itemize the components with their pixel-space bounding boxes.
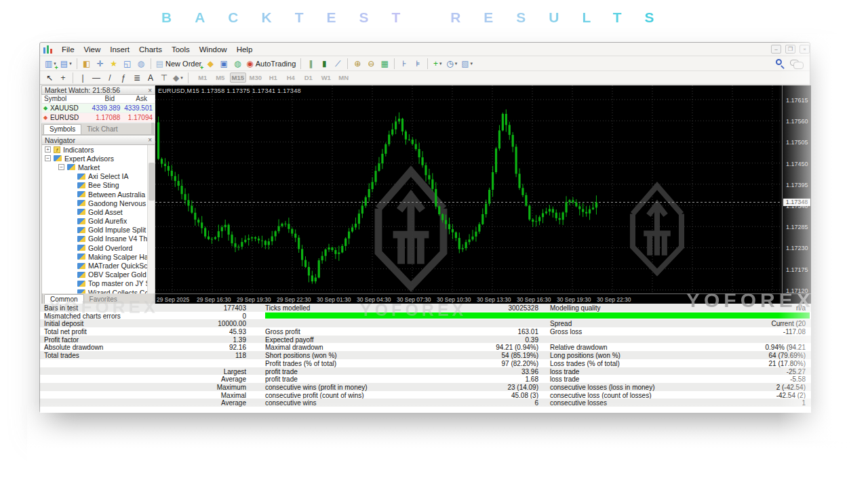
page: BACKTEST RESULTS FileViewInsertChartsToo… [0, 0, 868, 488]
timeframe-h1[interactable]: H1 [265, 73, 281, 83]
terminal-toggle-button[interactable]: ◱ [121, 58, 134, 70]
timeframe-mn[interactable]: MN [336, 73, 352, 83]
minimize-button[interactable]: – [771, 45, 781, 54]
metric-value: 163.01 [420, 328, 538, 336]
trendline-tool-button[interactable]: / [104, 72, 116, 84]
timeframe-m1[interactable]: M1 [195, 73, 211, 83]
tree-item-gold-aurefix[interactable]: Gold Aurefix [42, 217, 155, 226]
arrange-1-button[interactable]: ⊦ [398, 58, 410, 70]
report-row: Absolute drawdown92.16Maximal drawdown94… [40, 343, 811, 351]
hline-tool-button[interactable]: — [90, 72, 102, 84]
market-watch-tab-tick-chart[interactable]: Tick Chart [81, 125, 123, 134]
expert-advisor-icon [67, 164, 75, 170]
tree-item-gold-aurefix-label: Gold Aurefix [88, 217, 127, 225]
tree-item-expert-advisors[interactable]: −Expert Advisors [42, 154, 155, 163]
profiles-button[interactable]: ▤▾ [59, 58, 73, 70]
restore-button[interactable]: ❐ [785, 45, 795, 54]
collapse-icon[interactable]: − [45, 155, 51, 161]
market-watch-row[interactable]: ◆EURUSD1.170881.17094 [42, 113, 155, 123]
arrange-2-button[interactable]: ⊧ [412, 58, 424, 70]
add-indicator-button[interactable]: +▾ [431, 58, 443, 70]
menu-window[interactable]: Window [195, 44, 232, 55]
metric-label: Initial deposit [44, 320, 83, 327]
text-tool-button[interactable]: A [144, 72, 157, 84]
expand-icon[interactable]: + [45, 146, 51, 152]
tree-item-top-master-on-jy-sy[interactable]: Top master on JY SY [42, 279, 155, 288]
line-chart-mode-button[interactable]: ⟋ [332, 58, 344, 70]
price-scale[interactable]: 1.176151.175601.175051.174501.173951.173… [782, 85, 811, 293]
fibonacci-tool-icon: ƒ [121, 73, 126, 83]
timeframe-h4[interactable]: H4 [283, 73, 299, 83]
chat-icon[interactable] [790, 60, 799, 66]
fibonacci-tool-button[interactable]: ƒ [117, 72, 130, 84]
tree-item-gold-insane-v4-the-i[interactable]: Gold Insane V4 The I [42, 235, 155, 243]
new-chart-button[interactable]: ▥+▾ [43, 58, 58, 70]
new-order-button[interactable]: ▤+New Order [155, 58, 203, 70]
tree-item-gold-impulse-split[interactable]: Gold Impulse Split [42, 226, 155, 235]
shapes-tool-button[interactable]: ◆▾ [172, 72, 184, 84]
tree-item-making-scalper-harc[interactable]: Making Scalper Harc [42, 252, 155, 261]
market-watch-row[interactable]: ◆XAUUSD4339.3894339.501 [42, 104, 155, 113]
tree-item-gaodong-nervous-sy[interactable]: Gaodong Nervous Sy [42, 199, 155, 207]
bar-chart-mode-button[interactable]: ∥ [304, 58, 317, 70]
zoom-out-button[interactable]: ⊖ [365, 58, 377, 70]
mql-community-button[interactable]: ▣ [218, 58, 230, 70]
menu-charts[interactable]: Charts [134, 44, 167, 55]
templates-button[interactable]: ▧▾ [460, 58, 474, 70]
cursor-tool-button[interactable]: ↖ [43, 72, 56, 84]
metaeditor-button[interactable]: ◆ [204, 58, 216, 70]
search-icon[interactable] [776, 59, 782, 65]
tree-item-matrader-quickscal[interactable]: MATrader QuickScal [42, 261, 155, 270]
menu-file[interactable]: File [57, 44, 79, 55]
candle-chart-mode-button[interactable]: ▮ [318, 58, 330, 70]
tree-item-gold-insane-v4-the-i-label: Gold Insane V4 The I [88, 235, 155, 243]
tree-item-axi-select-ia[interactable]: Axi Select IA [42, 172, 155, 181]
menu-view[interactable]: View [79, 44, 106, 55]
tile-windows-button[interactable]: ▦ [378, 58, 391, 70]
timeframe-m30[interactable]: M30 [248, 73, 264, 83]
crosshair-tool-button[interactable]: + [57, 72, 69, 84]
timeframe-w1[interactable]: W1 [318, 73, 334, 83]
menu-help[interactable]: Help [232, 44, 258, 55]
zoom-in-button[interactable]: ⊕ [351, 58, 363, 70]
strategy-tester-button[interactable]: ◍ [135, 58, 147, 70]
expert-advisor-icon [77, 245, 85, 251]
tree-item-obv-scalper-gold[interactable]: OBV Scalper Gold [42, 270, 155, 279]
metric-value: 2 (-42.54) [681, 384, 806, 391]
chevron-down-icon: ▾ [439, 61, 442, 66]
market-watch-scrollbar[interactable] [151, 123, 154, 135]
metric-value: 0 [162, 312, 246, 320]
data-window-button[interactable]: ✛ [94, 58, 106, 70]
tree-item-obv-scalper-gold-label: OBV Scalper Gold [88, 270, 146, 279]
market-watch-tab-symbols[interactable]: Symbols [43, 124, 81, 134]
metric-value: 45.93 [162, 328, 246, 336]
tree-item-between-australia-ar[interactable]: Between Australia ar [42, 190, 155, 199]
market-globe-button[interactable]: ◍ [231, 58, 243, 70]
timeframe-m15[interactable]: M15 [230, 73, 246, 83]
tree-item-gold-overlord[interactable]: Gold Overlord [42, 243, 155, 252]
tree-item-bee-sting[interactable]: Bee Sting [42, 181, 155, 190]
tree-item-market[interactable]: −Market [42, 163, 155, 171]
equidistant-tool-button[interactable]: ≣ [131, 72, 143, 84]
menu-insert[interactable]: Insert [105, 44, 134, 55]
close-icon[interactable]: × [148, 136, 152, 144]
expert-advisor-icon [77, 218, 85, 224]
navigator-toggle-button[interactable]: ★ [108, 58, 120, 70]
metric-label: Absolute drawdown [44, 344, 103, 351]
vline-tool-button[interactable]: | [77, 72, 89, 84]
chart-shift-button[interactable]: ◧ [81, 58, 93, 70]
tree-item-gold-asset[interactable]: Gold Asset [42, 207, 155, 216]
tree-item-indicators[interactable]: +fIndicators [42, 145, 155, 154]
periods-button[interactable]: ◷▾ [445, 58, 458, 70]
autotrading-button[interactable]: ◉AutoTrading [245, 58, 297, 70]
tree-item-wizard-collects-con[interactable]: Wizard Collects Con [42, 288, 155, 293]
menu-tools[interactable]: Tools [167, 44, 195, 55]
timeframe-m5[interactable]: M5 [212, 73, 229, 83]
close-icon[interactable]: × [148, 87, 152, 94]
chart-area[interactable]: EURUSD,M15 1.17358 1.17375 1.17341 1.173… [155, 85, 811, 304]
collapse-icon[interactable]: − [58, 164, 64, 170]
close-button[interactable]: × [800, 45, 810, 54]
navigator-scrollbar[interactable] [147, 145, 155, 293]
label-tool-button[interactable]: ⊤ [158, 72, 170, 84]
timeframe-d1[interactable]: D1 [300, 73, 317, 83]
